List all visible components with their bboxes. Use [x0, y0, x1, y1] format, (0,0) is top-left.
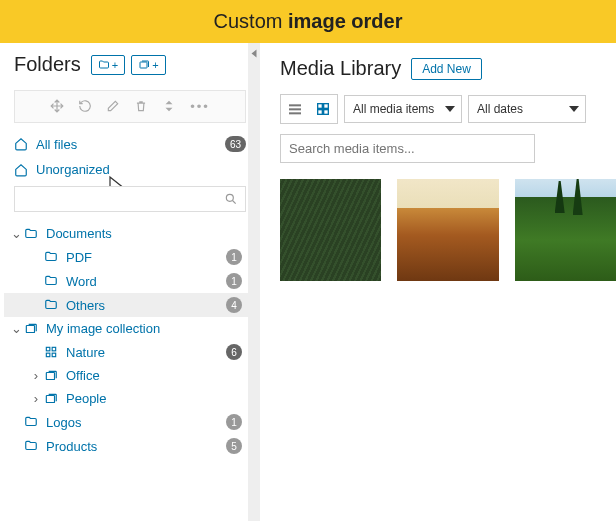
svg-rect-0 [140, 62, 147, 68]
media-thumbnail[interactable] [515, 179, 616, 281]
svg-rect-3 [46, 347, 50, 351]
tree-label: My image collection [46, 321, 242, 336]
chevron-down-icon[interactable]: ⌄ [10, 321, 22, 336]
new-gallery-button[interactable]: + [131, 55, 165, 75]
folder-toolbar: ••• [14, 90, 246, 123]
folder-icon [44, 298, 58, 312]
media-thumbnail[interactable] [397, 179, 498, 281]
chevron-right-icon[interactable]: › [30, 391, 42, 406]
svg-rect-9 [289, 104, 301, 106]
media-type-value: All media items [353, 102, 434, 116]
unorganized-label: Unorganized [36, 162, 246, 177]
chevron-down-icon [569, 106, 579, 112]
search-icon [224, 192, 238, 206]
svg-rect-5 [46, 353, 50, 357]
tree-count: 1 [226, 414, 242, 430]
svg-rect-14 [318, 110, 323, 115]
date-select[interactable]: All dates [468, 95, 586, 123]
tree-label: Products [46, 439, 226, 454]
tree-label: Word [66, 274, 226, 289]
banner-bold: image order [288, 10, 402, 32]
folder-search-input[interactable] [14, 186, 246, 212]
media-thumbnail[interactable] [280, 179, 381, 281]
tree-item-pdf[interactable]: › PDF 1 [4, 245, 252, 269]
sort-icon[interactable] [162, 99, 176, 113]
more-icon[interactable]: ••• [190, 99, 210, 114]
media-type-select[interactable]: All media items [344, 95, 462, 123]
list-icon [287, 101, 303, 117]
media-search-input[interactable] [280, 134, 535, 163]
folder-tree: ⌄ Documents › PDF 1 › Word 1 › Others 4 [0, 220, 260, 468]
move-icon[interactable] [50, 99, 64, 113]
view-toggle [280, 94, 338, 124]
tree-count: 5 [226, 438, 242, 454]
chevron-down-icon [445, 106, 455, 112]
svg-rect-8 [46, 395, 54, 402]
svg-rect-4 [52, 347, 56, 351]
chevron-down-icon[interactable]: ⌄ [10, 226, 22, 241]
delete-icon[interactable] [134, 99, 148, 113]
tree-count: 4 [226, 297, 242, 313]
tree-label: Others [66, 298, 226, 313]
list-view-button[interactable] [281, 95, 309, 123]
sidebar: Folders + + ••• All files 63 Unor [0, 43, 260, 521]
folder-icon [44, 250, 58, 264]
folder-icon [24, 415, 38, 429]
chevron-right-icon[interactable]: › [30, 368, 42, 383]
reload-icon[interactable] [78, 99, 92, 113]
sidebar-resize-handle[interactable] [248, 43, 260, 521]
folder-icon [24, 227, 38, 241]
date-value: All dates [477, 102, 523, 116]
tree-item-office[interactable]: › Office [4, 364, 252, 387]
edit-icon[interactable] [106, 99, 120, 113]
tree-item-products[interactable]: › Products 5 [4, 434, 252, 458]
all-files-count: 63 [225, 136, 246, 152]
gallery-icon [24, 322, 38, 336]
grid-icon [315, 101, 331, 117]
add-new-button[interactable]: Add New [411, 58, 482, 80]
tree-count: 6 [226, 344, 242, 360]
tree-count: 1 [226, 273, 242, 289]
svg-rect-7 [46, 372, 54, 379]
svg-rect-13 [324, 104, 329, 109]
tree-item-logos[interactable]: › Logos 1 [4, 410, 252, 434]
svg-rect-12 [318, 104, 323, 109]
thumbnail-grid [280, 179, 616, 281]
tree-label: Office [66, 368, 242, 383]
gallery-icon [44, 369, 58, 383]
svg-rect-10 [289, 108, 301, 110]
unorganized-row[interactable]: Unorganized [0, 157, 260, 182]
tree-label: PDF [66, 250, 226, 265]
new-folder-button[interactable]: + [91, 55, 125, 75]
grid-view-button[interactable] [309, 95, 337, 123]
tree-group-documents[interactable]: ⌄ Documents [4, 222, 252, 245]
tree-count: 1 [226, 249, 242, 265]
tree-group-collection[interactable]: ⌄ My image collection [4, 317, 252, 340]
tree-item-nature[interactable]: › Nature 6 [4, 340, 252, 364]
grid-icon [44, 345, 58, 359]
gallery-plus-icon [138, 59, 150, 71]
all-files-row[interactable]: All files 63 [0, 131, 260, 157]
tree-label: Documents [46, 226, 242, 241]
home-outline-icon [14, 163, 28, 177]
tree-label: Nature [66, 345, 226, 360]
page-title: Media Library [280, 57, 401, 80]
tree-label: Logos [46, 415, 226, 430]
folder-plus-icon [98, 59, 110, 71]
svg-rect-2 [26, 325, 34, 332]
all-files-label: All files [36, 137, 225, 152]
content-area: Media Library Add New All media items Al… [260, 43, 616, 521]
tree-item-others[interactable]: › Others 4 [4, 293, 252, 317]
svg-rect-15 [324, 110, 329, 115]
svg-rect-6 [52, 353, 56, 357]
tree-item-word[interactable]: › Word 1 [4, 269, 252, 293]
folder-icon [44, 274, 58, 288]
svg-rect-11 [289, 112, 301, 114]
folders-title: Folders [14, 53, 81, 76]
tree-label: People [66, 391, 242, 406]
svg-point-1 [226, 194, 233, 201]
banner: Custom image order [0, 0, 616, 43]
folder-icon [24, 439, 38, 453]
tree-item-people[interactable]: › People [4, 387, 252, 410]
gallery-icon [44, 392, 58, 406]
